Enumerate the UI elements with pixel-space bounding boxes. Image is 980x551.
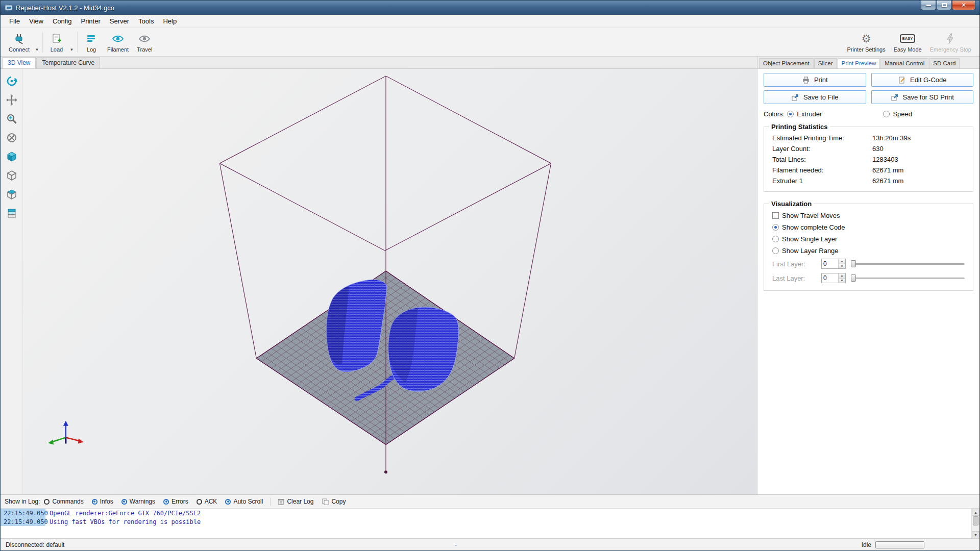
window-title: Repetier-Host V2.1.2 - Mid34.gco <box>16 4 114 12</box>
menu-server[interactable]: Server <box>105 15 134 27</box>
speed-radio[interactable]: Speed <box>883 110 912 118</box>
layers-view-button[interactable] <box>5 206 19 220</box>
menu-file[interactable]: File <box>5 15 24 27</box>
titlebar: Repetier-Host V2.1.2 - Mid34.gco ✕ <box>1 1 979 15</box>
layers-icon <box>6 207 18 219</box>
log-filter-warnings[interactable]: Warnings <box>117 496 159 507</box>
last-layer-slider[interactable] <box>851 273 965 283</box>
autoscroll-toggle-icon <box>225 499 231 505</box>
slider-thumb[interactable] <box>851 260 856 267</box>
load-dropdown[interactable]: ▼ <box>68 29 75 55</box>
first-layer-spinner[interactable]: ▲▼ <box>821 259 846 269</box>
face-view-button[interactable] <box>5 187 19 202</box>
show-single-layer-radio[interactable]: Show Single Layer <box>769 233 968 245</box>
log-filter-infos[interactable]: Infos <box>88 496 117 507</box>
stat-row: Extruder 162671 mm <box>769 176 968 186</box>
first-layer-label: First Layer: <box>772 260 816 268</box>
emergency-stop-button[interactable]: Emergency Stop <box>926 29 975 55</box>
colors-label: Colors: <box>764 110 787 118</box>
tab-3d-view[interactable]: 3D View <box>2 57 36 68</box>
menu-view[interactable]: View <box>24 15 48 27</box>
commands-toggle-icon <box>44 499 50 505</box>
scroll-up-icon[interactable]: ▲ <box>972 509 979 516</box>
slider-thumb[interactable] <box>851 274 856 282</box>
first-layer-slider[interactable] <box>851 259 965 268</box>
rotate-view-button[interactable] <box>5 74 19 88</box>
log-timestamp: 22:15:49.050 <box>1 509 45 517</box>
spin-up-icon[interactable]: ▲ <box>839 259 845 264</box>
copy-log-button[interactable]: Copy <box>317 496 350 507</box>
speed-radio-icon <box>883 111 890 117</box>
app-icon <box>5 4 13 12</box>
menu-help[interactable]: Help <box>158 15 181 27</box>
last-layer-row: Last Layer: ▲▼ <box>769 271 968 285</box>
first-layer-input[interactable] <box>822 259 838 268</box>
layer-range-radio-icon <box>772 247 779 254</box>
log-message: Using fast VBOs for rendering is possibl… <box>45 518 201 525</box>
save-for-sd-button[interactable]: Save for SD Print <box>871 90 974 104</box>
scroll-thumb[interactable] <box>973 516 978 525</box>
emergency-stop-label: Emergency Stop <box>930 46 971 53</box>
minimize-button[interactable] <box>921 1 936 10</box>
easy-mode-button[interactable]: EASY Easy Mode <box>890 29 926 55</box>
connect-button[interactable]: Connect <box>5 29 34 55</box>
tab-sd-card[interactable]: SD Card <box>929 58 960 68</box>
move-view-button[interactable] <box>5 93 19 107</box>
spin-down-icon[interactable]: ▼ <box>839 264 845 269</box>
menu-tools[interactable]: Tools <box>134 15 158 27</box>
last-layer-spinner[interactable]: ▲▼ <box>821 273 846 283</box>
gear-icon: ⚙ <box>862 32 871 45</box>
printer-settings-label: Printer Settings <box>847 46 885 53</box>
spin-down-icon[interactable]: ▼ <box>839 279 845 283</box>
log-filter-errors[interactable]: Errors <box>159 496 192 507</box>
tab-print-preview[interactable]: Print Preview <box>838 58 880 68</box>
filament-toggle-button[interactable]: Filament <box>103 29 133 55</box>
show-layer-range-radio[interactable]: Show Layer Range <box>769 245 968 257</box>
log-toggle-button[interactable]: Log <box>80 29 103 55</box>
show-in-log-label: Show in Log: <box>5 498 40 505</box>
edit-gcode-button[interactable]: Edit G-Code <box>871 73 974 87</box>
extruder-radio[interactable]: Extruder <box>787 110 822 118</box>
isometric-view-button[interactable] <box>5 149 19 164</box>
log-filter-ack[interactable]: ACK <box>192 496 222 507</box>
menu-printer[interactable]: Printer <box>76 15 105 27</box>
travel-toggle-button[interactable]: Travel <box>133 29 156 55</box>
log-filter-commands[interactable]: Commands <box>40 496 87 507</box>
show-complete-code-radio[interactable]: Show complete Code <box>769 221 968 233</box>
viewpoint-button[interactable] <box>5 131 19 145</box>
log-filter-autoscroll[interactable]: Auto Scroll <box>221 496 267 507</box>
infos-toggle-icon <box>92 499 97 505</box>
toolbar: Connect ▼ Load ▼ Log Filament <box>1 28 979 57</box>
wireframe-view-button[interactable] <box>5 168 19 183</box>
tab-manual-control[interactable]: Manual Control <box>880 58 928 68</box>
show-travel-moves-checkbox[interactable]: Show Travel Moves <box>769 210 968 221</box>
print-button[interactable]: Print <box>764 73 866 87</box>
last-layer-label: Last Layer: <box>772 274 816 282</box>
close-button[interactable]: ✕ <box>952 1 975 10</box>
last-layer-input[interactable] <box>822 273 838 283</box>
log-scrollbar[interactable]: ▲ ▼ <box>971 509 979 538</box>
tab-object-placement[interactable]: Object Placement <box>759 58 814 68</box>
tab-slicer[interactable]: Slicer <box>814 58 837 68</box>
load-button[interactable]: Load <box>45 29 68 55</box>
spin-up-icon[interactable]: ▲ <box>839 273 845 279</box>
log-lines-icon <box>85 32 97 45</box>
menu-config[interactable]: Config <box>48 15 77 27</box>
complete-code-radio-icon <box>772 224 779 231</box>
save-to-file-button[interactable]: Save to File <box>764 90 866 104</box>
clear-log-button[interactable]: Clear Log <box>274 496 317 507</box>
zoom-button[interactable] <box>5 112 19 126</box>
close-icon: ✕ <box>961 2 966 9</box>
maximize-button[interactable] <box>937 1 951 10</box>
viewport-3d[interactable] <box>23 69 757 494</box>
filament-label: Filament <box>107 46 129 53</box>
connection-status: Disconnected: default <box>6 541 64 548</box>
log-message: OpenGL renderer:GeForce GTX 760/PCIe/SSE… <box>45 510 201 517</box>
print-label: Print <box>814 76 828 84</box>
edit-gcode-label: Edit G-Code <box>910 76 947 84</box>
scroll-down-icon[interactable]: ▼ <box>972 531 979 538</box>
printer-settings-button[interactable]: ⚙ Printer Settings <box>843 29 889 55</box>
tab-temperature-curve[interactable]: Temperature Curve <box>36 57 100 68</box>
connect-dropdown[interactable]: ▼ <box>34 29 40 55</box>
cube-wire-icon <box>6 169 18 182</box>
